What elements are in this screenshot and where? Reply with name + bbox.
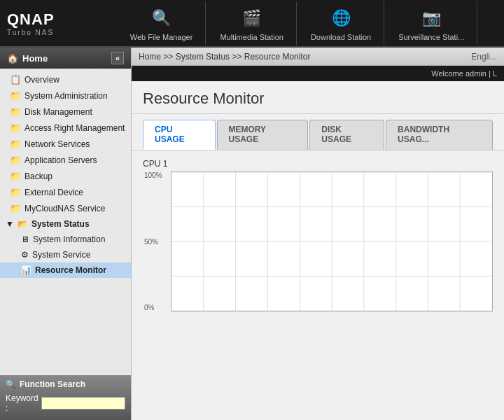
cpu-chart (171, 172, 493, 312)
search-icon: 🔍 (6, 379, 16, 389)
y-label-100: 100% (144, 172, 162, 179)
breadcrumb: Home >> System Status >> Resource Monito… (139, 52, 310, 62)
nav-system-info-label: System Information (33, 234, 105, 244)
nav-application-servers[interactable]: 📁 Application Servers (0, 152, 131, 168)
top-nav: 🔍 Web File Manager 🎬 Multimedia Station … (98, 1, 497, 46)
nav-external-device[interactable]: 📁 External Device (0, 184, 131, 200)
nav-system-service-label: System Service (32, 250, 90, 260)
nav-resource-monitor[interactable]: 📊 Resource Monitor (0, 262, 131, 278)
welcome-text: Welcome admin | L (431, 69, 497, 78)
system-service-icon: ⚙ (21, 250, 29, 260)
ext-device-icon: 📁 (10, 187, 21, 197)
keyword-input[interactable] (41, 397, 125, 410)
nav-network-services[interactable]: 📁 Network Services (0, 136, 131, 152)
nav-access-right-management[interactable]: 📁 Access Right Management (0, 120, 131, 136)
topbar: QNAP Turbo NAS 🔍 Web File Manager 🎬 Mult… (0, 0, 504, 48)
tabs-area: CPU USAGE MEMORY USAGE DISK USAGE BANDWI… (132, 114, 504, 150)
nav-system-status-group[interactable]: ▼ 📂 System Status (0, 216, 131, 232)
multimedia-station-label: Multimedia Station (220, 33, 284, 41)
download-station-icon: 🌐 (328, 6, 354, 31)
sidebar-nav: 📋 Overview 📁 System Administration 📁 Dis… (0, 69, 131, 375)
nav-system-information[interactable]: 🖥 System Information (0, 232, 131, 247)
app-servers-icon: 📁 (10, 155, 21, 165)
multimedia-station-icon: 🎬 (239, 6, 265, 31)
logo-sub: Turbo NAS (7, 29, 98, 36)
nav-system-administration[interactable]: 📁 System Administration (0, 88, 131, 104)
chart-grid-svg (172, 172, 492, 311)
nav-sys-admin-label: System Administration (24, 91, 108, 101)
page-title: Resource Monitor (132, 81, 504, 114)
nav-surveillance-station[interactable]: 📷 Surveillance Stati... (386, 1, 477, 46)
nav-web-file-manager[interactable]: 🔍 Web File Manager (118, 1, 206, 46)
system-status-expand-icon: ▼ (6, 219, 14, 229)
nav-download-station[interactable]: 🌐 Download Station (298, 1, 384, 46)
resource-monitor-icon: 📊 (21, 265, 31, 275)
system-info-icon: 🖥 (21, 234, 29, 244)
download-station-label: Download Station (311, 33, 371, 41)
function-search: 🔍 Function Search Keyword : (0, 375, 131, 420)
tab-cpu-usage[interactable]: CPU USAGE (143, 120, 216, 150)
nav-network-services-label: Network Services (24, 139, 90, 149)
main-layout: 🏠 Home « 📋 Overview 📁 System Administrat… (0, 48, 504, 420)
nav-app-servers-label: Application Servers (24, 155, 97, 165)
y-label-0: 0% (144, 304, 162, 312)
lang-selector[interactable]: Engli... (471, 52, 497, 62)
web-file-manager-label: Web File Manager (130, 33, 193, 41)
sidebar-title: Home (22, 53, 48, 64)
search-row: Keyword : (6, 393, 125, 417)
chart-area: CPU 1 100% 50% 0% (132, 150, 504, 420)
sidebar-collapse-button[interactable]: « (111, 52, 124, 64)
nav-mycloud-service[interactable]: 📁 MyCloudNAS Service (0, 200, 131, 216)
nav-backup[interactable]: 📁 Backup (0, 168, 131, 184)
surveillance-station-icon: 📷 (419, 6, 444, 31)
function-search-title: 🔍 Function Search (6, 379, 125, 389)
sidebar: 🏠 Home « 📋 Overview 📁 System Administrat… (0, 48, 132, 420)
system-status-folder-icon: 📂 (18, 219, 28, 229)
logo-text: QNAP (7, 10, 98, 29)
overview-icon: 📋 (10, 74, 21, 85)
keyword-label: Keyword : (6, 393, 38, 413)
chart-wrapper: 100% 50% 0% (171, 172, 493, 312)
cpu-chart-label: CPU 1 (143, 159, 493, 169)
home-icon: 🏠 (7, 53, 18, 64)
backup-icon: 📁 (10, 171, 21, 181)
user-bar: Welcome admin | L (132, 66, 504, 81)
logo-area: QNAP Turbo NAS (7, 10, 98, 36)
nav-access-right-label: Access Right Management (24, 123, 125, 133)
nav-disk-management[interactable]: 📁 Disk Management (0, 104, 131, 120)
nav-overview-label: Overview (24, 75, 59, 85)
system-status-label: System Status (31, 219, 90, 229)
nav-backup-label: Backup (24, 172, 52, 181)
network-services-icon: 📁 (10, 139, 21, 149)
tab-disk-usage[interactable]: DISK USAGE (309, 120, 384, 150)
function-search-label: Function Search (20, 379, 85, 389)
nav-ext-device-label: External Device (24, 188, 83, 197)
content-area: Home >> System Status >> Resource Monito… (132, 48, 504, 420)
breadcrumb-bar: Home >> System Status >> Resource Monito… (132, 48, 504, 66)
access-right-icon: 📁 (10, 122, 21, 133)
sidebar-header: 🏠 Home « (0, 48, 131, 69)
nav-disk-mgmt-label: Disk Management (24, 107, 92, 117)
nav-mycloud-label: MyCloudNAS Service (24, 204, 105, 214)
nav-resource-monitor-label: Resource Monitor (35, 265, 106, 275)
tab-memory-usage[interactable]: MEMORY USAGE (217, 120, 309, 150)
tab-bandwidth-usage[interactable]: BANDWIDTH USAG... (386, 120, 493, 150)
web-file-manager-icon: 🔍 (149, 6, 174, 31)
surveillance-station-label: Surveillance Stati... (398, 33, 464, 41)
disk-mgmt-icon: 📁 (10, 106, 21, 117)
nav-multimedia-station[interactable]: 🎬 Multimedia Station (207, 1, 297, 46)
y-axis-labels: 100% 50% 0% (144, 172, 162, 312)
nav-system-service[interactable]: ⚙ System Service (0, 247, 131, 262)
nav-overview[interactable]: 📋 Overview (0, 71, 131, 88)
sys-admin-icon: 📁 (10, 90, 21, 101)
mycloud-icon: 📁 (10, 203, 21, 214)
y-label-50: 50% (144, 238, 162, 246)
